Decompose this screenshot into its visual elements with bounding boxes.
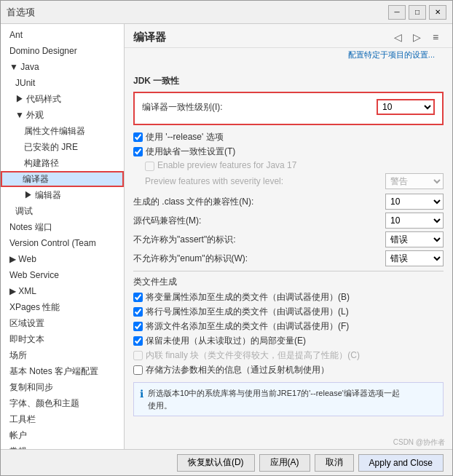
enum-label: 不允许称为"enum"的标识(W):	[133, 253, 385, 265]
right-panel: 编译器 ◁ ▷ ≡ 配置特定于项目的设置... JDK 一致性 编译器一致性级别…	[125, 24, 452, 449]
sidebar-item-general[interactable]: 常规	[1, 443, 124, 449]
sidebar-item-appearance[interactable]: ▼ 外观	[1, 107, 124, 123]
assert-select[interactable]: 错误	[385, 231, 444, 247]
panel-nav: ◁ ▷ ≡	[390, 30, 444, 44]
assert-row: 不允许称为"assert"的标识: 错误	[133, 231, 444, 247]
add-line-number-label: 将行号属性添加至生成的类文件（由调试器使用）(L)	[146, 306, 349, 318]
preserve-unused-checkbox[interactable]	[133, 336, 143, 346]
use-missing-consistency-checkbox[interactable]	[133, 147, 143, 156]
sidebar-item-installed-jre[interactable]: 已安装的 JRE	[1, 139, 124, 155]
enable-preview-row: Enable preview features for Java 17	[145, 160, 444, 171]
apply-button[interactable]: 应用(A)	[259, 454, 310, 472]
panel-header: 编译器 ◁ ▷ ≡	[125, 24, 452, 48]
preview-severity-label: Preview features with severity level:	[145, 176, 385, 186]
add-line-number-checkbox[interactable]	[133, 307, 143, 317]
class-generation-section: 类文件生成	[133, 276, 444, 288]
source-compat-select[interactable]: 10	[385, 213, 444, 229]
preview-severity-row: Preview features with severity level: 警告	[145, 173, 444, 189]
sidebar-item-version-control[interactable]: Version Control (Team	[1, 235, 124, 251]
use-missing-consistency-row: 使用缺省一致性设置(T)	[133, 146, 444, 158]
class-compat-row: 生成的 .class 文件的兼容性(N): 10	[133, 194, 444, 210]
sidebar-item-base-notes-config[interactable]: 基本 Notes 客户端配置	[1, 363, 124, 379]
add-variable-checkbox[interactable]	[133, 293, 143, 302]
info-text: 所选版本10中的系统库将与使用当前JRE17的'--release'编译器选项一…	[148, 387, 400, 411]
main-content: Ant Domino Designer ▼ Java JUnit ▶ 代码样式 …	[1, 24, 452, 449]
enum-row: 不允许称为"enum"的标识(W): 错误	[133, 250, 444, 266]
sidebar-item-font-color-theme[interactable]: 字体、颜色和主题	[1, 395, 124, 411]
source-compat-label: 源代码兼容性(M):	[133, 215, 385, 227]
preview-severity-select[interactable]: 警告	[385, 173, 444, 189]
apply-close-button[interactable]: Apply and Close	[358, 454, 444, 472]
sidebar-item-copy-sync[interactable]: 复制和同步	[1, 379, 124, 395]
window-title: 首选项	[7, 6, 388, 19]
titlebar: 首选项 ─ □ ✕	[1, 1, 452, 24]
sidebar-item-notes-port[interactable]: Notes 端口	[1, 219, 124, 235]
add-source-file-checkbox[interactable]	[133, 322, 143, 331]
info-box: ℹ 所选版本10中的系统库将与使用当前JRE17的'--release'编译器选…	[133, 382, 444, 416]
inline-finally-label: 内联 finally 块（类文件变得较大，但是提高了性能）(C)	[146, 349, 360, 362]
sidebar-item-xml[interactable]: ▶ XML	[1, 283, 124, 299]
use-release-row: 使用 '--release' 选项	[133, 131, 444, 143]
sidebar-item-toolbar[interactable]: 工具栏	[1, 411, 124, 427]
nav-forward-button[interactable]: ▷	[409, 30, 425, 44]
watermark: CSDN @协作者	[125, 436, 452, 449]
class-gen-item-5: 存储方法参数相关的信息（通过反射机制使用）	[133, 364, 444, 376]
enum-select[interactable]: 错误	[385, 250, 444, 266]
sidebar-item-property-file-editor[interactable]: 属性文件编辑器	[1, 123, 124, 139]
sidebar-item-junit[interactable]: JUnit	[1, 75, 124, 91]
sidebar-item-editor[interactable]: ▶ 编辑器	[1, 187, 124, 203]
preserve-unused-label: 保留未使用（从未读取过）的局部变量(E)	[146, 335, 306, 347]
sidebar-item-domino-designer[interactable]: Domino Designer	[1, 43, 124, 59]
sidebar-item-region-settings[interactable]: 区域设置	[1, 315, 124, 331]
sidebar: Ant Domino Designer ▼ Java JUnit ▶ 代码样式 …	[1, 24, 125, 449]
nav-back-button[interactable]: ◁	[390, 30, 406, 44]
store-method-params-label: 存储方法参数相关的信息（通过反射机制使用）	[146, 364, 329, 376]
compiler-level-label: 编译器一致性级别(I):	[142, 101, 377, 114]
maximize-button[interactable]: □	[409, 5, 426, 20]
info-icon: ℹ	[140, 388, 143, 411]
use-release-label: 使用 '--release' 选项	[146, 131, 224, 143]
class-gen-item-2: 将源文件名添加至生成的类文件（由调试器使用）(F)	[133, 320, 444, 333]
source-compat-row: 源代码兼容性(M): 10	[133, 213, 444, 229]
sidebar-item-build-path[interactable]: 构建路径	[1, 155, 124, 171]
panel-title: 编译器	[133, 31, 166, 44]
jdk-consistency-box: 编译器一致性级别(I): 10	[133, 92, 444, 125]
minimize-button[interactable]: ─	[388, 5, 406, 20]
config-project-link[interactable]: 配置特定于项目的设置...	[339, 49, 444, 60]
jdk-section-header: JDK 一致性	[133, 75, 444, 87]
class-gen-item-0: 将变量属性添加至生成的类文件（由调试器使用）(B)	[133, 291, 444, 304]
sidebar-item-debug[interactable]: 调试	[1, 203, 124, 219]
sidebar-item-xpages-perf[interactable]: XPages 性能	[1, 299, 124, 315]
use-missing-consistency-label: 使用缺省一致性设置(T)	[146, 146, 235, 158]
add-variable-label: 将变量属性添加至生成的类文件（由调试器使用）(B)	[146, 291, 350, 304]
window-controls: ─ □ ✕	[388, 5, 446, 20]
compiler-level-row: 编译器一致性级别(I): 10	[142, 99, 435, 115]
sidebar-item-compiler[interactable]: 编译器	[1, 171, 124, 187]
sidebar-item-instant-text[interactable]: 即时文本	[1, 331, 124, 347]
sidebar-item-venue[interactable]: 场所	[1, 347, 124, 363]
cancel-button[interactable]: 取消	[315, 454, 354, 472]
class-compat-select[interactable]: 10	[385, 194, 444, 210]
use-release-checkbox[interactable]	[133, 132, 143, 142]
sidebar-item-account[interactable]: 帐户	[1, 427, 124, 443]
enable-preview-checkbox[interactable]	[145, 162, 154, 171]
footer: 恢复默认值(D) 应用(A) 取消 Apply and Close	[1, 449, 452, 475]
class-gen-item-4: 内联 finally 块（类文件变得较大，但是提高了性能）(C)	[133, 349, 444, 362]
compiler-level-select[interactable]: 10	[377, 99, 435, 115]
sidebar-item-code-style[interactable]: ▶ 代码样式	[1, 91, 124, 107]
assert-label: 不允许称为"assert"的标识:	[133, 234, 385, 246]
add-source-file-label: 将源文件名添加至生成的类文件（由调试器使用）(F)	[146, 320, 349, 333]
inline-finally-checkbox[interactable]	[133, 351, 143, 360]
class-compat-label: 生成的 .class 文件的兼容性(N):	[133, 196, 385, 208]
panel-body: JDK 一致性 编译器一致性级别(I): 10 使用 '--release' 选…	[125, 63, 452, 436]
store-method-params-checkbox[interactable]	[133, 365, 143, 375]
class-gen-item-3: 保留未使用（从未读取过）的局部变量(E)	[133, 335, 444, 347]
close-button[interactable]: ✕	[429, 5, 446, 20]
sidebar-item-web[interactable]: ▶ Web	[1, 251, 124, 267]
restore-defaults-button[interactable]: 恢复默认值(D)	[177, 454, 255, 472]
nav-menu-button[interactable]: ≡	[428, 30, 444, 44]
sidebar-item-web-service[interactable]: Web Service	[1, 267, 124, 283]
enable-preview-label: Enable preview features for Java 17	[157, 160, 296, 170]
sidebar-item-java[interactable]: ▼ Java	[1, 59, 124, 75]
sidebar-item-ant[interactable]: Ant	[1, 27, 124, 43]
